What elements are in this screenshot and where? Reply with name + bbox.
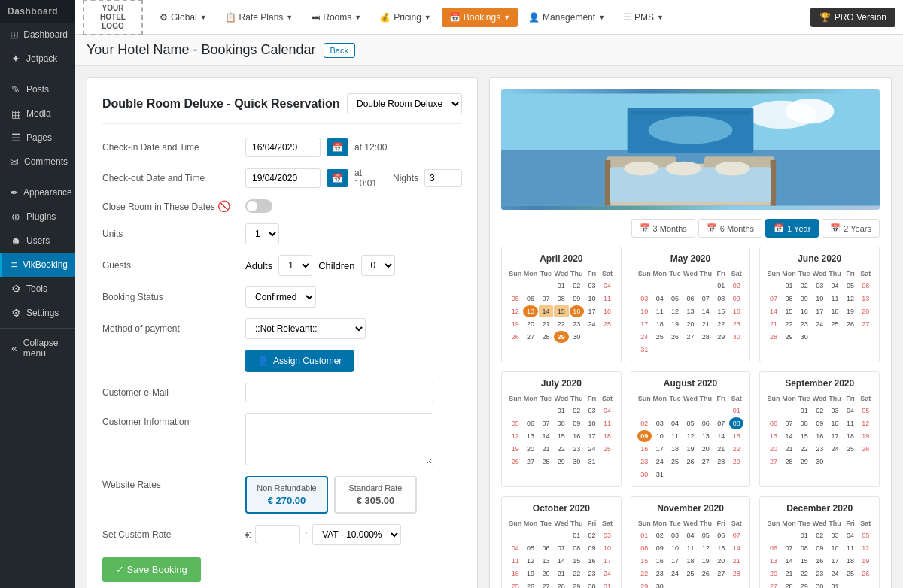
calendar-day[interactable]: 08 <box>797 417 811 429</box>
calendar-day[interactable]: 07 <box>698 292 713 305</box>
calendar-day[interactable]: 26 <box>859 443 873 455</box>
calendar-day[interactable]: 07 <box>539 417 553 429</box>
calendar-day[interactable]: 01 <box>782 280 796 292</box>
calendar-day[interactable]: 23 <box>797 318 811 330</box>
calendar-day[interactable]: 24 <box>600 568 614 580</box>
calendar-day[interactable]: 11 <box>843 417 857 429</box>
calendar-day[interactable]: 18 <box>600 305 614 317</box>
calendar-day[interactable]: 28 <box>729 568 743 580</box>
calendar-day[interactable]: 10 <box>637 305 652 317</box>
calendar-day[interactable]: 17 <box>585 305 599 317</box>
calendar-day[interactable]: 04 <box>843 529 857 541</box>
calendar-day[interactable]: 04 <box>843 405 857 417</box>
sidebar-item-media[interactable]: ▦ Media <box>0 102 75 126</box>
nav-management[interactable]: 👤 Management ▼ <box>521 8 613 27</box>
checkin-date-input[interactable] <box>245 138 321 157</box>
calendar-day[interactable]: 22 <box>554 318 568 330</box>
calendar-day[interactable]: 10 <box>585 292 599 305</box>
calendar-day[interactable]: 19 <box>698 555 713 567</box>
calendar-day[interactable]: 03 <box>652 417 667 429</box>
calendar-day[interactable]: 07 <box>782 417 796 429</box>
calendar-day[interactable]: 14 <box>782 430 796 442</box>
calendar-day[interactable]: 28 <box>554 580 568 588</box>
calendar-day[interactable]: 11 <box>600 417 614 429</box>
calendar-day[interactable]: 17 <box>652 443 667 455</box>
calendar-day[interactable]: 02 <box>637 417 652 429</box>
calendar-day[interactable]: 04 <box>652 292 667 305</box>
calendar-day[interactable]: 19 <box>508 443 522 455</box>
calendar-day[interactable]: 17 <box>600 555 614 567</box>
calendar-day[interactable]: 02 <box>797 280 811 292</box>
calendar-day[interactable]: 14 <box>729 542 743 554</box>
calendar-day[interactable]: 20 <box>523 443 537 455</box>
calendar-day[interactable]: 13 <box>523 305 537 317</box>
sidebar-item-users[interactable]: ☻ Users <box>0 229 75 253</box>
calendar-day[interactable]: 16 <box>812 430 826 442</box>
calendar-day[interactable]: 27 <box>523 331 537 343</box>
calendar-day[interactable]: 13 <box>766 430 780 442</box>
calendar-day[interactable]: 03 <box>667 529 682 541</box>
calendar-day[interactable]: 03 <box>812 280 826 292</box>
calendar-day[interactable]: 13 <box>714 542 728 554</box>
calendar-day[interactable]: 01 <box>797 529 811 541</box>
calendar-day[interactable]: 01 <box>570 529 584 541</box>
view-tab-1year[interactable]: 📅 1 Year <box>765 219 819 238</box>
calendar-day[interactable]: 29 <box>729 456 743 468</box>
calendar-day[interactable]: 21 <box>698 318 713 330</box>
calendar-day[interactable]: 24 <box>637 331 652 343</box>
calendar-day[interactable]: 17 <box>828 555 842 567</box>
calendar-day[interactable]: 01 <box>797 405 811 417</box>
calendar-day[interactable]: 25 <box>600 318 614 330</box>
calendar-day[interactable]: 30 <box>812 456 826 468</box>
calendar-day[interactable]: 28 <box>714 456 728 468</box>
calendar-day[interactable]: 02 <box>812 405 826 417</box>
calendar-day[interactable]: 11 <box>652 305 667 317</box>
calendar-day[interactable]: 15 <box>554 305 568 317</box>
calendar-day[interactable]: 08 <box>797 542 811 554</box>
calendar-day[interactable]: 31 <box>637 344 652 356</box>
calendar-day[interactable]: 16 <box>637 443 652 455</box>
calendar-day[interactable]: 12 <box>859 417 873 429</box>
calendar-day[interactable]: 20 <box>523 318 537 330</box>
calendar-day[interactable]: 06 <box>683 292 698 305</box>
calendar-day[interactable]: 23 <box>652 568 667 580</box>
calendar-day[interactable]: 25 <box>683 568 698 580</box>
sidebar-item-appearance[interactable]: ✒ Appearance <box>0 180 75 205</box>
sidebar-item-posts[interactable]: ✎ Posts <box>0 77 75 102</box>
calendar-day[interactable]: 16 <box>797 305 811 317</box>
calendar-day[interactable]: 22 <box>714 318 728 330</box>
calendar-day[interactable]: 12 <box>843 292 857 305</box>
calendar-day[interactable]: 25 <box>843 443 857 455</box>
calendar-day[interactable]: 05 <box>523 542 537 554</box>
calendar-day[interactable]: 15 <box>570 555 584 567</box>
calendar-day[interactable]: 21 <box>729 555 743 567</box>
nav-rateplans[interactable]: 📋 Rate Plans ▼ <box>217 8 301 27</box>
calendar-day[interactable]: 02 <box>585 529 599 541</box>
sidebar-item-collapse[interactable]: « Collapse menu <box>0 332 75 365</box>
calendar-day[interactable]: 19 <box>523 568 537 580</box>
calendar-day[interactable]: 15 <box>637 555 652 567</box>
calendar-day[interactable]: 25 <box>667 456 682 468</box>
calendar-day[interactable]: 16 <box>585 555 599 567</box>
calendar-day[interactable]: 25 <box>843 568 857 580</box>
view-tab-3months[interactable]: 📅 3 Months <box>631 219 695 238</box>
calendar-day[interactable]: 15 <box>714 305 728 317</box>
calendar-day[interactable]: 26 <box>683 456 698 468</box>
calendar-day[interactable]: 02 <box>812 529 826 541</box>
calendar-day[interactable]: 21 <box>539 443 553 455</box>
calendar-day[interactable]: 10 <box>652 430 667 442</box>
calendar-day[interactable]: 07 <box>782 542 796 554</box>
calendar-day[interactable]: 06 <box>766 542 780 554</box>
calendar-day[interactable]: 28 <box>782 580 796 588</box>
calendar-day[interactable]: 09 <box>729 292 743 305</box>
room-select[interactable]: Double Room Deluxe <box>347 93 462 114</box>
calendar-day[interactable]: 12 <box>859 542 873 554</box>
calendar-day[interactable]: 05 <box>683 417 698 429</box>
rate-card-non-refundable[interactable]: Non Refundable € 270.00 <box>245 476 328 514</box>
calendar-day[interactable]: 01 <box>729 405 743 417</box>
calendar-day[interactable]: 18 <box>508 568 522 580</box>
calendar-day[interactable]: 06 <box>539 542 553 554</box>
nav-rooms[interactable]: 🛏 Rooms ▼ <box>303 8 369 27</box>
calendar-day[interactable]: 14 <box>766 305 780 317</box>
calendar-day[interactable]: 27 <box>539 580 553 588</box>
